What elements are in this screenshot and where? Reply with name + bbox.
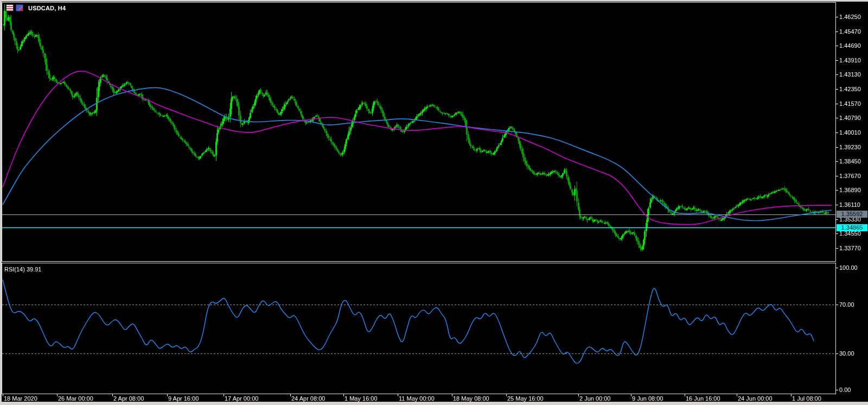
window-border-top (0, 0, 868, 2)
hline-price-tag: 1.34865 (837, 224, 867, 231)
chart-canvas[interactable] (0, 0, 868, 405)
rsi-indicator-label: RSI(14) 39.91 (4, 266, 41, 273)
chart-window: USDCAD, H4 RSI(14) 39.91 1.462501.454701… (0, 0, 868, 405)
data-window-icon[interactable] (6, 4, 14, 11)
template-icon[interactable] (16, 4, 23, 11)
bid-price-tag: 1.35592 (837, 211, 867, 218)
window-border-left (0, 0, 2, 405)
window-border-bottom (0, 402, 868, 405)
symbol-timeframe-label: USDCAD, H4 (28, 5, 66, 11)
chart-header: USDCAD, H4 (6, 4, 66, 11)
